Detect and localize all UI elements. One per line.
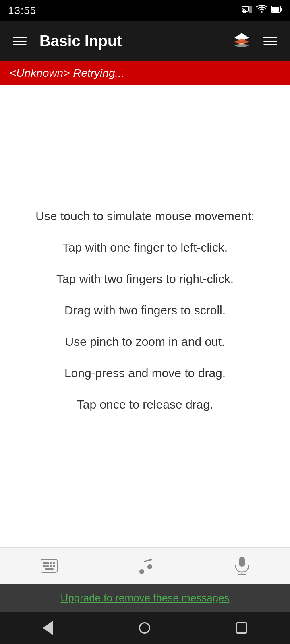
overflow-line-1 [263, 37, 277, 38]
recents-button[interactable] [233, 619, 251, 637]
microphone-button[interactable] [230, 552, 254, 580]
instruction-line-3: Tap with two fingers to right-click. [56, 269, 234, 289]
back-icon [43, 621, 53, 635]
hamburger-line-2 [13, 41, 27, 42]
layers-icon [233, 31, 251, 49]
app-bar: Basic Input [0, 21, 290, 61]
upgrade-banner[interactable]: Upgrade to remove these messages [0, 584, 290, 612]
svg-marker-7 [234, 43, 249, 47]
status-bar: 13:55 [0, 0, 290, 21]
overflow-line-3 [263, 44, 277, 45]
svg-rect-18 [239, 557, 245, 567]
svg-rect-10 [46, 562, 49, 564]
instruction-line-6: Long-press and move to drag. [64, 363, 226, 383]
instruction-line-4: Drag with two fingers to scroll. [64, 301, 226, 320]
keyboard-icon [41, 559, 58, 573]
status-banner: <Unknown> Retrying... [0, 61, 290, 85]
app-title: Basic Input [39, 33, 230, 50]
keyboard-button[interactable] [36, 554, 62, 578]
back-button[interactable] [39, 617, 56, 638]
upgrade-link[interactable]: Upgrade to remove these messages [60, 592, 229, 604]
recents-icon [236, 622, 247, 634]
instruction-line-7: Tap once to release drag. [77, 395, 213, 414]
status-banner-text: <Unknown> Retrying... [10, 67, 124, 79]
main-content: Use touch to simulate mouse movement: Ta… [0, 85, 290, 547]
music-note-icon [139, 557, 153, 575]
battery-icon [271, 5, 282, 16]
svg-rect-12 [53, 562, 55, 564]
svg-rect-17 [45, 568, 54, 570]
overflow-line-2 [263, 41, 277, 42]
instruction-line-1: Use touch to simulate mouse movement: [35, 206, 255, 226]
music-button[interactable] [135, 552, 158, 580]
svg-rect-14 [46, 565, 49, 567]
layers-button[interactable] [230, 28, 254, 54]
svg-rect-3 [280, 8, 282, 11]
svg-rect-11 [50, 562, 52, 564]
hamburger-line-1 [13, 37, 27, 38]
bottom-toolbar [0, 547, 290, 584]
instruction-line-5: Use pinch to zoom in and out. [65, 332, 225, 351]
svg-rect-13 [43, 565, 46, 567]
status-time: 13:55 [8, 4, 36, 17]
wifi-icon [256, 5, 267, 16]
overflow-menu-button[interactable] [260, 34, 280, 49]
home-icon [139, 622, 150, 634]
cast-icon [242, 5, 252, 16]
svg-rect-1 [249, 6, 252, 13]
svg-rect-4 [272, 7, 279, 12]
svg-rect-9 [43, 562, 46, 564]
hamburger-line-3 [13, 44, 27, 45]
hamburger-menu-button[interactable] [10, 34, 30, 49]
instruction-line-2: Tap with one finger to left-click. [62, 238, 228, 257]
status-icons [242, 5, 282, 16]
microphone-icon [235, 557, 249, 575]
navigation-bar [0, 612, 290, 644]
svg-rect-16 [53, 565, 55, 567]
home-button[interactable] [136, 619, 153, 637]
svg-rect-15 [50, 565, 52, 567]
